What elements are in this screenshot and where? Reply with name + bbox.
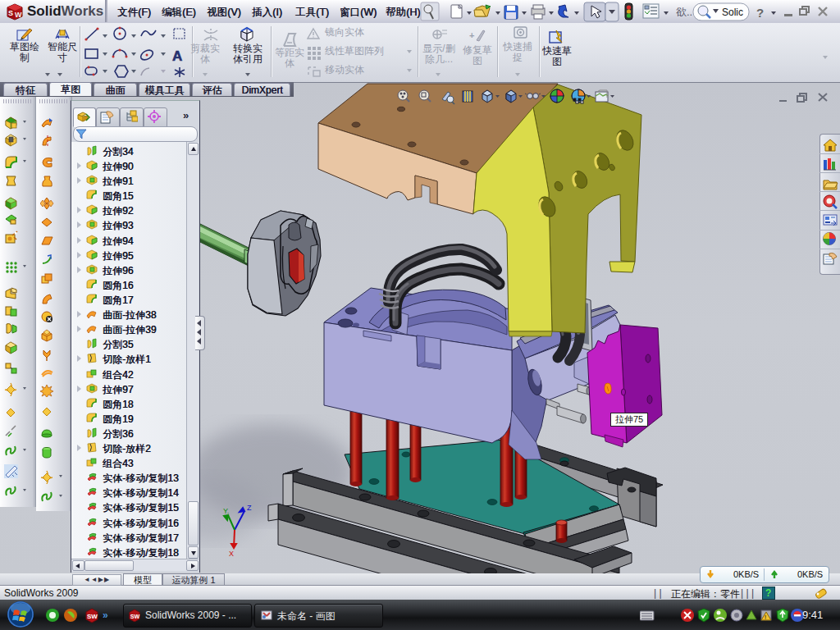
svg-text:欲..: 欲..: [676, 6, 692, 18]
svg-text:A: A: [172, 48, 182, 64]
svg-text:?: ?: [756, 6, 764, 20]
svg-text:Y.: Y.: [223, 507, 229, 515]
svg-text:S: S: [8, 9, 13, 17]
svg-text:SW: SW: [130, 614, 140, 620]
svg-text:SW: SW: [87, 613, 98, 620]
svg-text:X: X: [229, 550, 234, 558]
svg-text:!: !: [765, 614, 766, 621]
svg-text:+: +: [469, 30, 474, 40]
svg-text:»: »: [103, 609, 108, 621]
svg-text:W: W: [15, 11, 22, 19]
svg-text:Solic: Solic: [722, 7, 743, 18]
svg-text:Z: Z: [247, 504, 252, 512]
